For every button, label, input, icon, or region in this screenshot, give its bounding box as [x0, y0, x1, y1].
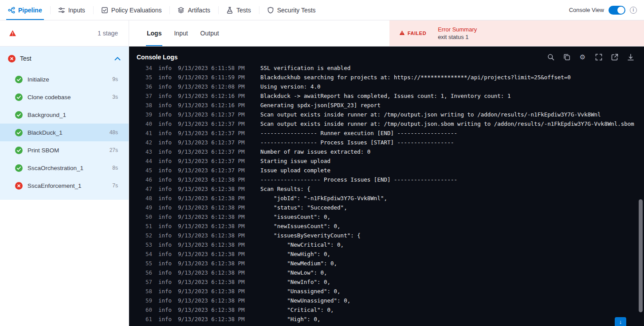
log-line: 50info9/13/2023 6:12:38 PM "issuesCount"…	[129, 212, 644, 221]
step-duration: 48s	[110, 129, 118, 136]
fullscreen-icon[interactable]	[595, 53, 602, 61]
copy-icon[interactable]	[563, 53, 570, 61]
log-line: 60info9/13/2023 6:12:38 PM "Critical": 0…	[129, 305, 644, 314]
stage-section: Test Initialize9sClone codebase3sBackgro…	[0, 47, 129, 200]
log-message: "jobId": "-n1FkEpdiw3Y7G-Vvk8Wnl",	[260, 194, 387, 203]
step-duration: 7s	[112, 182, 118, 189]
log-line: 59info9/13/2023 6:12:38 PM "NewUnassigne…	[129, 296, 644, 305]
log-message: SSL verification is enabled	[260, 63, 350, 73]
main-tabs: LogsInputOutput	[129, 20, 389, 46]
log-message: Scan output exists inside runner at: /tm…	[260, 110, 601, 119]
tab-tests[interactable]: Tests	[218, 0, 259, 20]
step-row[interactable]: Print SBOM27s	[0, 141, 129, 159]
console-view-control: Console View i	[569, 0, 644, 20]
log-timestamp: 9/13/2023 6:12:16 PM	[178, 101, 253, 110]
step-name: Print SBOM	[27, 147, 110, 154]
log-line: 49info9/13/2023 6:12:38 PM "status": "Su…	[129, 203, 644, 212]
error-texts: Error Summary exit status 1	[438, 26, 477, 40]
tab-pipeline[interactable]: Pipeline	[0, 0, 50, 20]
log-line: 48info9/13/2023 6:12:38 PM "jobId": "-n1…	[129, 194, 644, 203]
log-level: info	[158, 240, 173, 249]
tab-label: Tests	[236, 7, 251, 14]
log-timestamp: 9/13/2023 6:12:38 PM	[178, 249, 253, 259]
log-timestamp: 9/13/2023 6:12:38 PM	[178, 259, 253, 268]
log-message: "Critical": 0,	[260, 305, 334, 314]
log-line-number: 47	[141, 184, 152, 194]
info-icon[interactable]: i	[630, 7, 637, 14]
log-line: 38info9/13/2023 6:12:16 PMGenerating spd…	[129, 101, 644, 110]
log-timestamp: 9/13/2023 6:12:37 PM	[178, 156, 253, 166]
log-line: 57info9/13/2023 6:12:38 PM "NewInfo": 0,	[129, 277, 644, 287]
success-status-icon	[15, 129, 23, 136]
tab-inputs[interactable]: Inputs	[50, 0, 93, 20]
stage-row-test[interactable]: Test	[0, 47, 129, 70]
log-level: info	[158, 296, 173, 305]
console-scrollbar[interactable]	[639, 199, 643, 312]
step-duration: 27s	[110, 147, 118, 153]
gear-icon[interactable]: ⚙	[579, 53, 586, 61]
log-message: Blackduck -> awaitReport has completed, …	[260, 91, 510, 101]
search-icon[interactable]	[547, 53, 554, 61]
tab-logs[interactable]: Logs	[141, 20, 168, 46]
step-row[interactable]: BlackDuck_148s	[0, 124, 129, 141]
log-level: info	[158, 203, 173, 212]
log-timestamp: 9/13/2023 6:12:38 PM	[178, 287, 253, 296]
log-line-number: 58	[141, 287, 152, 296]
log-line-number: 43	[141, 147, 152, 156]
step-row[interactable]: Clone codebase3s	[0, 88, 129, 106]
artifacts-icon	[177, 7, 185, 14]
step-row[interactable]: SscaEnforcement_17s	[0, 177, 129, 194]
log-line: 39info9/13/2023 6:12:37 PMScan output ex…	[129, 110, 644, 119]
log-message: "Medium": 0,	[260, 324, 327, 326]
log-line-number: 50	[141, 212, 152, 221]
log-level: info	[158, 314, 173, 324]
log-line-number: 56	[141, 268, 152, 277]
log-message: "Unassigned": 0,	[260, 287, 341, 296]
tab-artifacts[interactable]: Artifacts	[169, 0, 218, 20]
log-timestamp: 9/13/2023 6:12:38 PM	[178, 305, 253, 314]
log-line: 52info9/13/2023 6:12:38 PM "issuesBySeve…	[129, 231, 644, 240]
error-summary-detail: exit status 1	[438, 34, 477, 40]
tab-security-tests[interactable]: Security Tests	[259, 0, 324, 20]
log-level: info	[158, 277, 173, 287]
tab-label: Inputs	[68, 7, 85, 14]
log-line-number: 49	[141, 203, 152, 212]
step-row[interactable]: Background_1	[0, 106, 129, 124]
failed-badge-label: FAILED	[408, 31, 426, 36]
log-message: ----------------- Process Issues [START]…	[260, 138, 454, 147]
log-line-number: 38	[141, 101, 152, 110]
console-view-label: Console View	[569, 7, 604, 13]
download-icon[interactable]	[627, 53, 634, 61]
log-message: ----------------- Runner execution [END]…	[260, 128, 457, 138]
tab-input[interactable]: Input	[168, 20, 194, 46]
log-timestamp: 9/13/2023 6:11:59 PM	[178, 73, 253, 82]
log-line-number: 37	[141, 91, 152, 101]
step-name: BlackDuck_1	[27, 129, 110, 136]
console-view-toggle[interactable]	[609, 6, 625, 15]
tab-output[interactable]: Output	[194, 20, 225, 46]
failed-status-icon	[8, 55, 16, 62]
tab-label: Pipeline	[18, 7, 42, 14]
log-timestamp: 9/13/2023 6:12:38 PM	[178, 231, 253, 240]
failed-status-icon	[15, 182, 23, 190]
log-line-number: 42	[141, 138, 152, 147]
tab-policy-evaluations[interactable]: Policy Evaluations	[93, 0, 170, 20]
step-row[interactable]: SscaOrchestration_18s	[0, 159, 129, 177]
log-timestamp: 9/13/2023 6:12:38 PM	[178, 314, 253, 324]
sidebar-header: 1 stage	[0, 20, 129, 47]
step-row[interactable]: Initialize9s	[0, 70, 129, 88]
log-timestamp: 9/13/2023 6:12:16 PM	[178, 91, 253, 101]
scroll-to-bottom-button[interactable]: ↓	[615, 317, 626, 326]
log-level: info	[158, 184, 173, 194]
step-duration: 8s	[112, 165, 118, 171]
log-message: "status": "Succeeded",	[260, 203, 347, 212]
log-line-number: 44	[141, 156, 152, 166]
open-in-new-icon[interactable]	[611, 53, 618, 61]
log-level: info	[158, 249, 173, 259]
chevron-up-icon[interactable]	[114, 57, 121, 61]
log-line: 62info9/13/2023 6:12:38 PM "Medium": 0,	[129, 324, 644, 326]
log-line: 43info9/13/2023 6:12:37 PMNumber of raw …	[129, 147, 644, 156]
step-duration: 3s	[112, 94, 118, 100]
log-message: "NewMedium": 0,	[260, 259, 337, 268]
log-message: Starting issue upload	[260, 156, 330, 166]
